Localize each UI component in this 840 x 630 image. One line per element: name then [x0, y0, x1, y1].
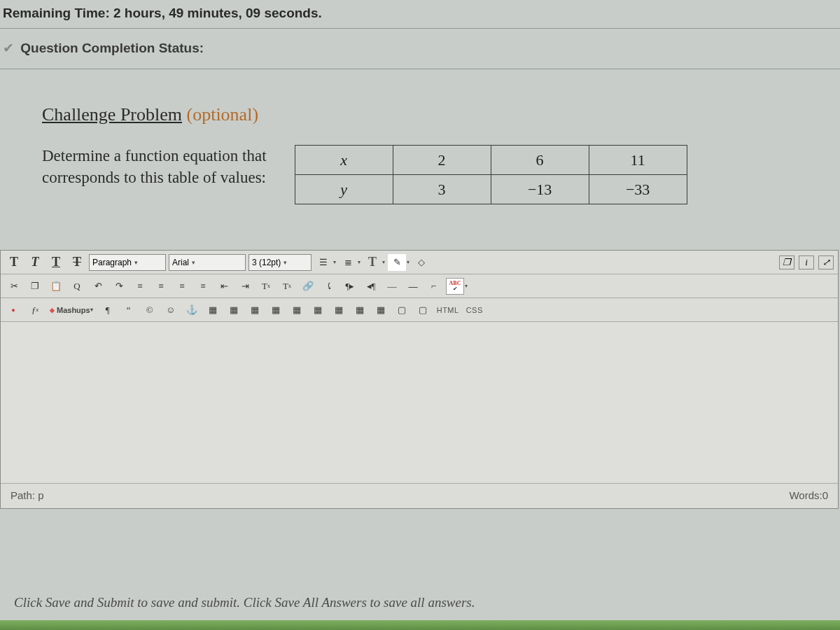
align-justify-button[interactable]: ≡ [194, 278, 212, 295]
table-delete-button[interactable]: ▢ [414, 302, 432, 318]
question-title-optional: (optional) [187, 104, 259, 125]
table-delete-col-button[interactable]: ▦ [330, 302, 348, 318]
table-cell: 3 [393, 175, 491, 204]
table-cell: −33 [589, 175, 687, 204]
ltr-button[interactable]: ¶▸ [341, 278, 359, 295]
table-cell: 11 [589, 146, 687, 175]
html-view-button[interactable]: HTML [435, 306, 461, 314]
quote-button[interactable]: “ [120, 302, 138, 318]
remaining-time-label: Remaining Time: [3, 6, 110, 20]
table-delete-row-button[interactable]: ▦ [309, 302, 327, 318]
outdent-button[interactable]: ⇥ [236, 278, 254, 295]
redo-button[interactable]: ↷ [110, 278, 128, 295]
align-right-button[interactable]: ≡ [173, 278, 191, 295]
font-size-select[interactable]: 3 (12pt)▾ [248, 254, 312, 271]
hr-thin-button[interactable]: — [383, 278, 401, 295]
completion-status-label: Question Completion Status: [20, 41, 204, 55]
remaining-time-value: 2 hours, 49 minutes, [113, 6, 242, 20]
bold-button[interactable]: T [5, 254, 23, 271]
bottom-green-bar [0, 620, 840, 630]
values-table: x 2 6 11 y 3 −13 −33 [295, 145, 687, 204]
table-cell: 2 [393, 146, 491, 175]
superscript-button[interactable]: Tx [257, 278, 275, 295]
editor-path: Path: p [10, 489, 44, 501]
table-row: y 3 −13 −33 [295, 175, 687, 204]
word-count: Words:0 [789, 489, 828, 501]
link-button[interactable]: 🔗 [299, 278, 317, 295]
table-row: x 2 6 11 [295, 146, 687, 175]
record-button[interactable]: ● [5, 302, 23, 318]
editor-footer: Path: p Words:0 [1, 483, 838, 508]
bullet-list-button[interactable]: ☰ [314, 254, 332, 271]
table-row-before-button[interactable]: ▦ [225, 302, 243, 318]
table-props-button[interactable]: ▢ [393, 302, 411, 318]
subscript-button[interactable]: Tx [278, 278, 296, 295]
align-center-button[interactable]: ≡ [152, 278, 170, 295]
spellcheck-button[interactable]: ABC✔ [446, 278, 464, 295]
find-button[interactable]: Q [68, 278, 86, 295]
toolbar-row-2: ✂ ❐ 📋 Q ↶ ↷ ≡ ≡ ≡ ≡ ⇤ ⇥ Tx Tx 🔗 ⤹ ¶▸ ◂¶ … [1, 274, 838, 298]
strikethrough-button[interactable]: T [68, 254, 86, 271]
highlight-color-button[interactable]: ✎ [388, 254, 406, 271]
paste-button[interactable]: 📋 [47, 278, 65, 295]
indent-button[interactable]: ⇤ [215, 278, 233, 295]
question-prompt-line2: corresponds to this table of values: [42, 167, 267, 188]
toolbar-row-1: T T T T Paragraph▾ Arial▾ 3 (12pt)▾ ☰▾ ≣… [1, 251, 838, 274]
clear-formatting-button[interactable]: ◇ [412, 254, 430, 271]
undo-button[interactable]: ↶ [89, 278, 107, 295]
question-title-main: Challenge Problem [42, 104, 182, 125]
text-color-button[interactable]: T [363, 254, 382, 271]
table-cell: 6 [491, 146, 589, 175]
hr-thick-button[interactable]: — [404, 278, 422, 295]
remaining-time-seconds: 09 seconds. [246, 6, 322, 20]
info-icon[interactable]: i [799, 255, 814, 270]
pilcrow-button[interactable]: ¶ [99, 302, 117, 318]
css-view-button[interactable]: CSS [464, 306, 485, 314]
unlink-button[interactable]: ⤹ [320, 278, 338, 295]
editor-content-area[interactable] [1, 322, 838, 483]
font-family-select[interactable]: Arial▾ [169, 254, 246, 271]
fullscreen-icon[interactable]: ⤢ [818, 255, 834, 270]
rtl-button[interactable]: ◂¶ [362, 278, 380, 295]
table-row-after-button[interactable]: ▦ [246, 302, 264, 318]
underline-button[interactable]: T [47, 254, 65, 271]
paragraph-format-select[interactable]: Paragraph▾ [89, 254, 166, 271]
table-button[interactable]: ▦ [204, 302, 222, 318]
table-col-before-button[interactable]: ▦ [267, 302, 285, 318]
question-title: Challenge Problem (optional) [42, 104, 798, 125]
fx-button[interactable]: ƒx [26, 302, 44, 318]
table-cell: −13 [491, 175, 589, 204]
table-merge-button[interactable]: ▦ [351, 302, 369, 318]
remaining-time-bar: Remaining Time: 2 hours, 49 minutes, 09 … [0, 0, 840, 28]
table-col-after-button[interactable]: ▦ [288, 302, 306, 318]
question-prompt-line1: Determine a function equation that [42, 145, 267, 167]
table-cell-x-label: x [295, 146, 393, 175]
completion-status-row: ✔ Question Completion Status: [0, 28, 840, 69]
numbered-list-button[interactable]: ≣ [339, 254, 357, 271]
nbsp-button[interactable]: ⌐ [425, 278, 443, 295]
table-cell-y-label: y [295, 175, 393, 204]
cut-button[interactable]: ✂ [5, 278, 23, 295]
mashups-button[interactable]: ◆Mashups▾ [47, 306, 96, 314]
question-area: Challenge Problem (optional) Determine a… [0, 69, 840, 225]
toolbar-row-3: ● ƒx ◆Mashups▾ ¶ “ © ☺ ⚓ ▦ ▦ ▦ ▦ ▦ ▦ ▦ ▦… [1, 298, 838, 322]
emoji-button[interactable]: ☺ [162, 302, 180, 318]
copyright-button[interactable]: © [141, 302, 159, 318]
rich-text-editor: T T T T Paragraph▾ Arial▾ 3 (12pt)▾ ☰▾ ≣… [0, 250, 839, 509]
align-left-button[interactable]: ≡ [131, 278, 149, 295]
italic-button[interactable]: T [26, 254, 44, 271]
save-hint: Click Save and Submit to save and submit… [14, 595, 475, 610]
anchor-button[interactable]: ⚓ [183, 302, 201, 318]
table-split-button[interactable]: ▦ [372, 302, 390, 318]
copy-button[interactable]: ❐ [26, 278, 44, 295]
question-prompt: Determine a function equation that corre… [42, 145, 267, 188]
preview-icon[interactable]: ❐ [779, 255, 794, 270]
